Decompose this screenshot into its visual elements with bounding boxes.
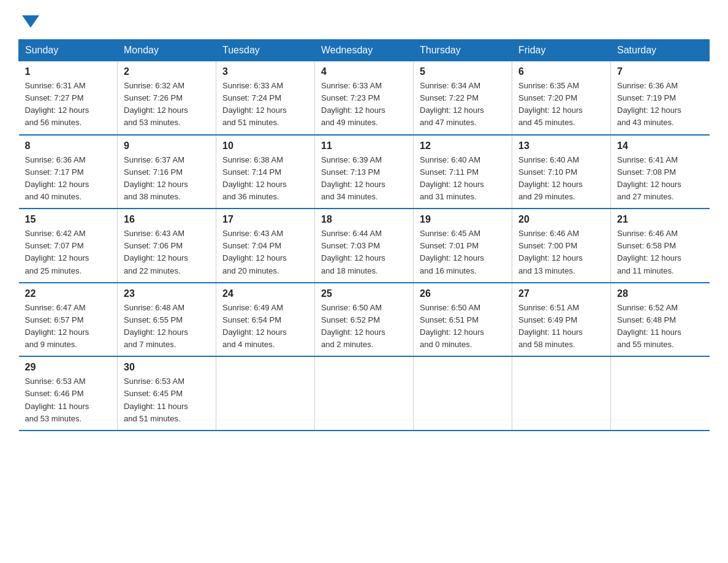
day-number: 25 xyxy=(321,288,407,299)
day-info: Sunrise: 6:47 AMSunset: 6:57 PMDaylight:… xyxy=(25,302,112,351)
day-cell: 19 Sunrise: 6:45 AMSunset: 7:01 PMDaylig… xyxy=(414,209,512,283)
day-number: 19 xyxy=(420,214,506,225)
calendar-table: SundayMondayTuesdayWednesdayThursdayFrid… xyxy=(18,39,710,431)
day-number: 10 xyxy=(222,140,308,151)
day-cell: 20 Sunrise: 6:46 AMSunset: 7:00 PMDaylig… xyxy=(512,209,611,283)
day-info: Sunrise: 6:45 AMSunset: 7:01 PMDaylight:… xyxy=(420,228,506,277)
day-cell: 13 Sunrise: 6:40 AMSunset: 7:10 PMDaylig… xyxy=(512,135,611,209)
day-cell: 14 Sunrise: 6:41 AMSunset: 7:08 PMDaylig… xyxy=(611,135,710,209)
day-number: 12 xyxy=(420,140,506,151)
day-info: Sunrise: 6:40 AMSunset: 7:10 PMDaylight:… xyxy=(518,154,604,204)
day-info: Sunrise: 6:46 AMSunset: 7:00 PMDaylight:… xyxy=(518,228,604,277)
header-cell-tuesday: Tuesday xyxy=(216,40,315,61)
logo-triangle-icon xyxy=(22,15,39,28)
day-cell: 30 Sunrise: 6:53 AMSunset: 6:45 PMDaylig… xyxy=(118,356,216,431)
day-cell: 6 Sunrise: 6:35 AMSunset: 7:20 PMDayligh… xyxy=(512,61,611,135)
logo xyxy=(18,12,39,28)
day-info: Sunrise: 6:32 AMSunset: 7:26 PMDaylight:… xyxy=(124,80,210,129)
day-info: Sunrise: 6:37 AMSunset: 7:16 PMDaylight:… xyxy=(124,154,210,204)
day-number: 21 xyxy=(617,214,703,225)
day-number: 2 xyxy=(124,66,210,77)
day-number: 8 xyxy=(25,140,112,151)
day-number: 26 xyxy=(420,288,506,299)
day-cell: 4 Sunrise: 6:33 AMSunset: 7:23 PMDayligh… xyxy=(315,61,414,135)
week-row-4: 22 Sunrise: 6:47 AMSunset: 6:57 PMDaylig… xyxy=(19,283,710,357)
day-cell: 7 Sunrise: 6:36 AMSunset: 7:19 PMDayligh… xyxy=(611,61,710,135)
week-row-3: 15 Sunrise: 6:42 AMSunset: 7:07 PMDaylig… xyxy=(19,209,710,283)
day-number: 22 xyxy=(25,288,112,299)
day-number: 23 xyxy=(124,288,210,299)
day-cell: 12 Sunrise: 6:40 AMSunset: 7:11 PMDaylig… xyxy=(414,135,512,209)
day-number: 7 xyxy=(617,66,703,77)
day-cell: 10 Sunrise: 6:38 AMSunset: 7:14 PMDaylig… xyxy=(216,135,315,209)
day-cell: 28 Sunrise: 6:52 AMSunset: 6:48 PMDaylig… xyxy=(611,283,710,357)
day-info: Sunrise: 6:44 AMSunset: 7:03 PMDaylight:… xyxy=(321,228,407,277)
day-info: Sunrise: 6:48 AMSunset: 6:55 PMDaylight:… xyxy=(124,302,210,351)
header-cell-sunday: Sunday xyxy=(19,40,118,61)
day-cell: 1 Sunrise: 6:31 AMSunset: 7:27 PMDayligh… xyxy=(19,61,118,135)
day-info: Sunrise: 6:33 AMSunset: 7:23 PMDaylight:… xyxy=(321,80,407,129)
day-info: Sunrise: 6:36 AMSunset: 7:17 PMDaylight:… xyxy=(25,154,112,204)
header-cell-monday: Monday xyxy=(118,40,216,61)
day-cell: 8 Sunrise: 6:36 AMSunset: 7:17 PMDayligh… xyxy=(19,135,118,209)
day-info: Sunrise: 6:50 AMSunset: 6:52 PMDaylight:… xyxy=(321,302,407,351)
calendar-body: 1 Sunrise: 6:31 AMSunset: 7:27 PMDayligh… xyxy=(19,61,710,431)
day-cell: 18 Sunrise: 6:44 AMSunset: 7:03 PMDaylig… xyxy=(315,209,414,283)
day-number: 27 xyxy=(518,288,604,299)
day-cell xyxy=(216,356,315,431)
day-cell: 16 Sunrise: 6:43 AMSunset: 7:06 PMDaylig… xyxy=(118,209,216,283)
day-number: 13 xyxy=(518,140,604,151)
day-cell: 5 Sunrise: 6:34 AMSunset: 7:22 PMDayligh… xyxy=(414,61,512,135)
header-row: SundayMondayTuesdayWednesdayThursdayFrid… xyxy=(19,40,710,61)
day-number: 16 xyxy=(124,214,210,225)
day-info: Sunrise: 6:35 AMSunset: 7:20 PMDaylight:… xyxy=(518,80,604,129)
day-cell: 23 Sunrise: 6:48 AMSunset: 6:55 PMDaylig… xyxy=(118,283,216,357)
day-info: Sunrise: 6:43 AMSunset: 7:06 PMDaylight:… xyxy=(124,228,210,277)
day-cell: 11 Sunrise: 6:39 AMSunset: 7:13 PMDaylig… xyxy=(315,135,414,209)
day-cell xyxy=(315,356,414,431)
day-cell: 25 Sunrise: 6:50 AMSunset: 6:52 PMDaylig… xyxy=(315,283,414,357)
day-info: Sunrise: 6:31 AMSunset: 7:27 PMDaylight:… xyxy=(25,80,112,129)
day-number: 30 xyxy=(124,362,210,373)
day-number: 9 xyxy=(124,140,210,151)
day-info: Sunrise: 6:53 AMSunset: 6:46 PMDaylight:… xyxy=(25,375,112,425)
day-cell: 15 Sunrise: 6:42 AMSunset: 7:07 PMDaylig… xyxy=(19,209,118,283)
day-cell: 27 Sunrise: 6:51 AMSunset: 6:49 PMDaylig… xyxy=(512,283,611,357)
day-cell: 22 Sunrise: 6:47 AMSunset: 6:57 PMDaylig… xyxy=(19,283,118,357)
day-number: 18 xyxy=(321,214,407,225)
day-info: Sunrise: 6:50 AMSunset: 6:51 PMDaylight:… xyxy=(420,302,506,351)
day-number: 6 xyxy=(518,66,604,77)
week-row-1: 1 Sunrise: 6:31 AMSunset: 7:27 PMDayligh… xyxy=(19,61,710,135)
day-info: Sunrise: 6:42 AMSunset: 7:07 PMDaylight:… xyxy=(25,228,112,277)
week-row-5: 29 Sunrise: 6:53 AMSunset: 6:46 PMDaylig… xyxy=(19,356,710,431)
day-cell xyxy=(611,356,710,431)
day-cell: 3 Sunrise: 6:33 AMSunset: 7:24 PMDayligh… xyxy=(216,61,315,135)
day-number: 15 xyxy=(25,214,112,225)
day-cell: 26 Sunrise: 6:50 AMSunset: 6:51 PMDaylig… xyxy=(414,283,512,357)
day-info: Sunrise: 6:39 AMSunset: 7:13 PMDaylight:… xyxy=(321,154,407,204)
week-row-2: 8 Sunrise: 6:36 AMSunset: 7:17 PMDayligh… xyxy=(19,135,710,209)
day-cell xyxy=(414,356,512,431)
day-cell: 29 Sunrise: 6:53 AMSunset: 6:46 PMDaylig… xyxy=(19,356,118,431)
day-number: 17 xyxy=(222,214,308,225)
day-info: Sunrise: 6:34 AMSunset: 7:22 PMDaylight:… xyxy=(420,80,506,129)
day-number: 20 xyxy=(518,214,604,225)
day-number: 4 xyxy=(321,66,407,77)
day-number: 28 xyxy=(617,288,703,299)
header-cell-friday: Friday xyxy=(512,40,611,61)
header-cell-wednesday: Wednesday xyxy=(315,40,414,61)
day-info: Sunrise: 6:38 AMSunset: 7:14 PMDaylight:… xyxy=(222,154,308,204)
day-cell: 17 Sunrise: 6:43 AMSunset: 7:04 PMDaylig… xyxy=(216,209,315,283)
day-cell xyxy=(512,356,611,431)
day-cell: 21 Sunrise: 6:46 AMSunset: 6:58 PMDaylig… xyxy=(611,209,710,283)
calendar-header: SundayMondayTuesdayWednesdayThursdayFrid… xyxy=(19,40,710,61)
day-info: Sunrise: 6:53 AMSunset: 6:45 PMDaylight:… xyxy=(124,375,210,425)
day-info: Sunrise: 6:49 AMSunset: 6:54 PMDaylight:… xyxy=(222,302,308,351)
header-cell-saturday: Saturday xyxy=(611,40,710,61)
day-info: Sunrise: 6:33 AMSunset: 7:24 PMDaylight:… xyxy=(222,80,308,129)
day-number: 24 xyxy=(222,288,308,299)
day-info: Sunrise: 6:46 AMSunset: 6:58 PMDaylight:… xyxy=(617,228,703,277)
day-info: Sunrise: 6:36 AMSunset: 7:19 PMDaylight:… xyxy=(617,80,703,129)
day-cell: 9 Sunrise: 6:37 AMSunset: 7:16 PMDayligh… xyxy=(118,135,216,209)
day-number: 5 xyxy=(420,66,506,77)
